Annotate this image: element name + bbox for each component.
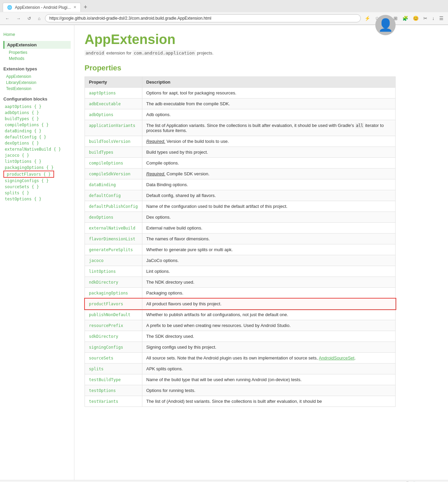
prop-name-cell: lintOptions	[85, 266, 142, 277]
sidebar-home-link[interactable]: Home	[3, 32, 71, 37]
lightning-icon: ⚡	[363, 15, 372, 22]
table-row: buildTypesBuild types used by this proje…	[85, 147, 396, 158]
extension-icon[interactable]: 🧩	[401, 15, 410, 22]
table-row: buildToolsVersionRequired. Version of th…	[85, 136, 396, 147]
table-row: splitsAPK splits options.	[85, 364, 396, 374]
back-button[interactable]: ←	[3, 15, 12, 22]
prop-desc-cell: The SDK directory used.	[142, 331, 396, 342]
menu-icon[interactable]: ☰	[438, 15, 445, 22]
address-bar[interactable]	[45, 14, 361, 22]
prop-link[interactable]: ndkDirectory	[89, 280, 118, 285]
prop-desc-cell: Lint options.	[142, 266, 396, 277]
sidebar-active-item[interactable]: AppExtension	[3, 41, 71, 49]
sidebar-lintoptions-link[interactable]: lintOptions { }	[3, 158, 71, 165]
prop-name-cell: testOptions	[85, 385, 142, 396]
table-row: compileOptionsCompile options.	[85, 158, 396, 169]
prop-link[interactable]: compileSdkVersion	[89, 172, 131, 176]
required-label: Required.	[146, 139, 165, 144]
prop-inline-link[interactable]: AndroidSourceSet	[319, 355, 355, 360]
prop-desc-cell: The list of Application variants. Since …	[142, 120, 396, 136]
table-row: defaultPublishConfigName of the configur…	[85, 201, 396, 212]
forward-button[interactable]: →	[14, 15, 23, 22]
sidebar-packagingoptions-link[interactable]: packagingOptions { }	[3, 165, 71, 171]
sidebar-splits-link[interactable]: splits { }	[3, 190, 71, 196]
profile-icon[interactable]: 😊	[411, 15, 420, 22]
new-tab-button[interactable]: +	[81, 4, 90, 11]
download-icon[interactable]: ↓	[430, 15, 436, 22]
sidebar-defaultconfig-link[interactable]: defaultConfig { }	[3, 134, 71, 140]
table-row: signingConfigsSigning configs used by th…	[85, 342, 396, 353]
prop-link[interactable]: applicationVariants	[89, 123, 135, 128]
sidebar-compileoptions-link[interactable]: compileOptions { }	[3, 122, 71, 128]
prop-link[interactable]: testBuildType	[89, 377, 121, 382]
prop-link[interactable]: productFlavors	[89, 302, 123, 306]
prop-link[interactable]: dexOptions	[89, 215, 113, 220]
tab-bar: 🌐 AppExtension - Android Plugi... ✕ +	[0, 0, 448, 12]
sidebar-jacoco-link[interactable]: jacoco { }	[3, 152, 71, 158]
prop-link[interactable]: defaultConfig	[89, 193, 121, 198]
sidebar-methods-link[interactable]: Methods	[3, 56, 71, 62]
sidebar-productflavors-highlighted[interactable]: productFlavors { }	[3, 171, 54, 178]
prop-link[interactable]: sourceSets	[89, 356, 113, 360]
sidebar-signingconfigs-link[interactable]: signingConfigs { }	[3, 178, 71, 184]
sidebar-properties-link[interactable]: Properties	[3, 49, 71, 56]
home-button[interactable]: ⌂	[36, 15, 43, 22]
prop-link[interactable]: aaptOptions	[89, 91, 116, 95]
table-row: publishNonDefaultWhether to publish arti…	[85, 309, 396, 320]
sidebar-databinding-link[interactable]: dataBinding { }	[3, 128, 71, 134]
page-subtitle: android extension for com.android.applic…	[85, 50, 396, 56]
sidebar-externalnativebuild-link[interactable]: externalNativeBuild { }	[3, 146, 71, 152]
prop-link[interactable]: adbOptions	[89, 112, 113, 117]
prop-desc-cell: All product flavors used by this project…	[142, 299, 396, 309]
prop-link[interactable]: flavorDimensionList	[89, 237, 135, 241]
prop-desc-cell: APK splits options.	[142, 364, 396, 374]
table-row: jacocoJaCoCo options.	[85, 255, 396, 266]
refresh-button[interactable]: ↺	[25, 15, 33, 22]
prop-link[interactable]: testOptions	[89, 388, 116, 393]
prop-desc-cell: Build types used by this project.	[142, 147, 396, 158]
scissors-icon[interactable]: ✂	[422, 15, 429, 22]
inline-code: all	[355, 123, 364, 128]
prop-link[interactable]: generatePureSplits	[89, 247, 133, 252]
prop-link[interactable]: compileOptions	[89, 161, 123, 166]
prop-link[interactable]: jacoco	[89, 258, 103, 263]
sidebar-dexoptions-link[interactable]: dexOptions { }	[3, 140, 71, 146]
sidebar-appextension-link[interactable]: AppExtension	[3, 73, 71, 80]
prop-link[interactable]: defaultPublishConfig	[89, 204, 138, 209]
sidebar-adboptions-link[interactable]: adbOptions { }	[3, 110, 71, 116]
table-row: sourceSetsAll source sets. Note that the…	[85, 353, 396, 364]
prop-desc-cell: Adb options.	[142, 109, 396, 120]
sidebar: Home AppExtension Properties Methods Ext…	[0, 25, 74, 480]
prop-link[interactable]: buildToolsVersion	[89, 139, 131, 144]
prop-link[interactable]: publishNonDefault	[89, 312, 131, 317]
tab-close-button[interactable]: ✕	[73, 5, 76, 9]
sidebar-productflavors-link[interactable]: productFlavors { }	[5, 171, 52, 177]
sidebar-libraryextension-link[interactable]: LibraryExtension	[3, 80, 71, 86]
prop-name-cell: testVariants	[85, 396, 142, 407]
prop-link[interactable]: lintOptions	[89, 269, 116, 274]
prop-link[interactable]: packagingOptions	[89, 291, 128, 295]
prop-name-cell: aaptOptions	[85, 88, 142, 98]
prop-name-cell: dexOptions	[85, 212, 142, 223]
prop-link[interactable]: externalNativeBuild	[89, 226, 135, 231]
prop-link[interactable]: dataBinding	[89, 182, 116, 187]
active-tab[interactable]: 🌐 AppExtension - Android Plugi... ✕	[3, 3, 81, 12]
sidebar-testoptions-link[interactable]: testOptions { }	[3, 196, 71, 202]
prop-link[interactable]: sdkDirectory	[89, 334, 118, 339]
col-description: Description	[142, 77, 396, 88]
config-blocks-title: Configuration blocks	[3, 96, 71, 102]
subtitle-android: android	[85, 50, 105, 56]
prop-link[interactable]: splits	[89, 367, 103, 371]
prop-name-cell: applicationVariants	[85, 120, 142, 136]
prop-link[interactable]: resourcePrefix	[89, 323, 123, 328]
prop-link[interactable]: testVariants	[89, 399, 118, 404]
prop-link[interactable]: signingConfigs	[89, 345, 123, 350]
sidebar-sourcesets-link[interactable]: sourceSets { }	[3, 184, 71, 190]
sidebar-aaptoptions-link[interactable]: aaptOptions { }	[3, 104, 71, 110]
sidebar-buildtypes-link[interactable]: buildTypes { }	[3, 116, 71, 122]
col-property: Property	[85, 77, 142, 88]
prop-link[interactable]: adbExecutable	[89, 102, 121, 106]
table-row: aaptOptionsOptions for aapt, tool for pa…	[85, 88, 396, 98]
sidebar-testextension-link[interactable]: TestExtension	[3, 86, 71, 92]
prop-link[interactable]: buildTypes	[89, 150, 113, 155]
